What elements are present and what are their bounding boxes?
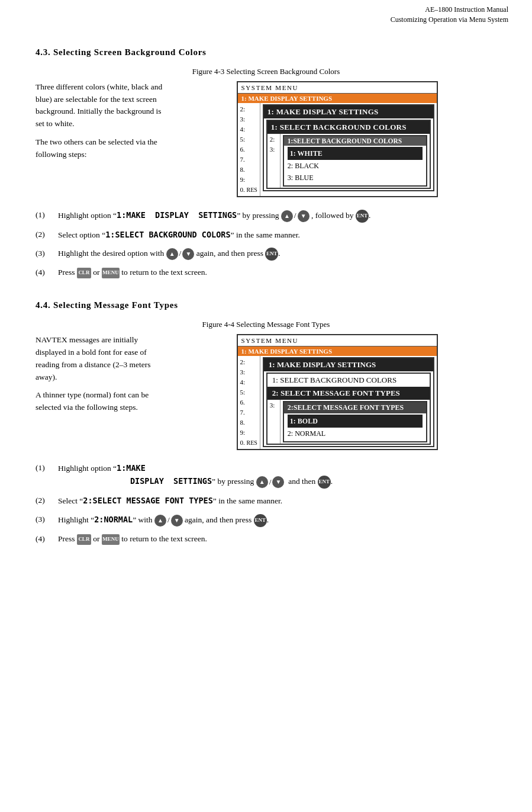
step-43-4-text: Press CLR or MENU to return to the text … (58, 267, 496, 279)
step-44-1-text: Highlight option “1:MAKE DISPLAY SETTING… (58, 462, 496, 489)
figure-43-caption: Figure 4-3 Selecting Screen Background C… (36, 67, 496, 76)
figure-44-area: SYSTEM MENU 1: MAKE DISPLAY SETTINGS 2:3… (178, 334, 496, 450)
or-label-44-4: or (93, 534, 102, 543)
step-44-4: (4) Press CLR or MENU to return to the t… (36, 533, 496, 545)
section-43: 4.3. Selecting Screen Background Colors … (36, 47, 496, 279)
ent-btn-43-1: ENT (356, 210, 369, 223)
res-label-44: RES (247, 439, 257, 446)
ent-btn-43-3: ENT (265, 248, 278, 261)
sm-menu-content-43: 1: MAKE DISPLAY SETTINGS 1: SELECT BACKG… (260, 103, 437, 196)
nm1-header-43: 1: MAKE DISPLAY SETTINGS (264, 105, 433, 118)
ent-btn-44-3: ENT (254, 514, 267, 527)
menu-btn-43-4: MENU (102, 268, 120, 278)
step-43-3-arrows: ▲ / ▼ (166, 248, 195, 260)
steps-43: (1) Highlight option “1:MAKE DISPLAY SET… (36, 209, 496, 279)
step-44-2-num: (2) (36, 495, 53, 507)
step-43-2-bold: 1:SELECT BACKGROUND COLORS (105, 230, 230, 239)
nm3-white-43: 1: WHITE (288, 147, 423, 160)
system-menu-43: SYSTEM MENU 1: MAKE DISPLAY SETTINGS 2:3… (237, 81, 438, 197)
or-label-43-4: or (93, 268, 102, 277)
nm2-rows-43: 2:3: 1:SELECT BACKGROUND COLORS 1: WHITE (267, 134, 430, 188)
page-header: AE–1800 Instruction Manual Customizing O… (0, 0, 532, 27)
nm2-row1-44: 1: SELECT BACKGROUND COLORS (267, 374, 430, 387)
step-44-4-text: Press CLR or MENU to return to the text … (58, 533, 496, 545)
nested-menu-1-43: 1: MAKE DISPLAY SETTINGS 1: SELECT BACKG… (263, 104, 434, 191)
nm2-header-43: 1: SELECT BACKGROUND COLORS (267, 121, 430, 134)
step-43-1-arrows: ▲ / ▼ (281, 210, 309, 222)
ent-btn-44-1: ENT (318, 476, 331, 489)
nm2-row2-44: 2: SELECT MESSAGE FONT TYPES (267, 387, 430, 400)
step-44-2: (2) Select “2:SELECT MESSAGE FONT TYPES”… (36, 495, 496, 508)
step-43-4: (4) Press CLR or MENU to return to the t… (36, 267, 496, 279)
nm2-numbers-43: 2:3: (267, 134, 280, 188)
section-44-row: NAVTEX messages are initially displayed … (36, 334, 496, 450)
sm-numbers-43: 2:3:4:5:6.7.8.9:0. RES (238, 103, 260, 196)
up-arrow-icon-2: ▲ (166, 248, 178, 260)
up-arrow-icon-44-3: ▲ (154, 515, 166, 527)
nested-menu-2-43: 1: SELECT BACKGROUND COLORS 2:3: 1:SELEC… (266, 120, 431, 189)
step-43-3-num: (3) (36, 248, 53, 260)
step-43-3: (3) Highlight the desired option with ▲ … (36, 248, 496, 261)
nested-menu-3-43: 1:SELECT BACKGROUND COLORS 1: WHITE 2: B… (283, 135, 427, 187)
figure-43-area: SYSTEM MENU 1: MAKE DISPLAY SETTINGS 2:3… (178, 81, 496, 197)
menu-btn-44-4: MENU (102, 534, 120, 545)
step-43-2-text: Select option “1:SELECT BACKGROUND COLOR… (58, 229, 496, 242)
section-44: 4.4. Selecting Message Font Types Figure… (36, 300, 496, 545)
step-44-2-bold: 2:SELECT MESSAGE FONT TYPES (83, 496, 212, 505)
figure-44-caption: Figure 4-4 Selecting Message Font Types (36, 320, 496, 329)
sm-numbers-44: 2:3:4:5:6.7.8.9:0. RES (238, 356, 260, 449)
clr-btn-43-4: CLR (77, 268, 91, 278)
section-44-heading: 4.4. Selecting Message Font Types (36, 300, 496, 310)
clr-btn-44-4: CLR (77, 534, 91, 545)
nm3-bold-44: 1: BOLD (288, 415, 423, 428)
nested-menu-3-44: 2:SELECT MESSAGE FONT TYPES 1: BOLD 2: N… (283, 401, 427, 442)
sm-highlight-43: 1: MAKE DISPLAY SETTINGS (238, 94, 437, 103)
step-43-2: (2) Select option “1:SELECT BACKGROUND C… (36, 229, 496, 242)
sm-highlight-44: 1: MAKE DISPLAY SETTINGS (238, 346, 437, 356)
nm3b-header-44: 2:SELECT MESSAGE FONT TYPES (284, 402, 426, 413)
sm-title-44: SYSTEM MENU (238, 335, 437, 346)
sm-title-43: SYSTEM MENU (238, 82, 437, 94)
nested-menu-2-44: 1: SELECT BACKGROUND COLORS 2: SELECT ME… (266, 373, 431, 445)
step-44-3-num: (3) (36, 513, 53, 526)
down-arrow-icon: ▼ (298, 210, 309, 222)
nm2-rows-44: 3: 2:SELECT MESSAGE FONT TYPES 1: BOLD (267, 400, 430, 444)
step-44-4-num: (4) (36, 533, 53, 545)
nm3-list-44: 1: BOLD 2: NORMAL (284, 413, 426, 441)
down-arrow-icon-2: ▼ (182, 248, 194, 260)
nested-menu-1-44: 1: MAKE DISPLAY SETTINGS 1: SELECT BACKG… (263, 357, 434, 447)
down-arrow-icon-44: ▼ (272, 476, 284, 488)
up-arrow-icon-44: ▲ (256, 476, 268, 488)
header-line2: Customizing Operation via Menu System (391, 15, 508, 24)
step-44-3: (3) Highlight “2:NORMAL” with ▲ / ▼ agai… (36, 513, 496, 527)
step-43-1: (1) Highlight option “1:MAKE DISPLAY SET… (36, 209, 496, 223)
res-label-43: RES (247, 187, 257, 193)
step-43-1-bold: 1:MAKE DISPLAY SETTINGS (117, 210, 237, 220)
page-content: 4.3. Selecting Screen Background Colors … (0, 27, 532, 567)
step-43-3-text: Highlight the desired option with ▲ / ▼ … (58, 248, 496, 261)
section-43-heading: 4.3. Selecting Screen Background Colors (36, 47, 496, 57)
nm3-header-43: 1:SELECT BACKGROUND COLORS (284, 136, 426, 146)
step-43-1-text: Highlight option “1:MAKE DISPLAY SETTING… (58, 209, 496, 223)
section-43-row: Three different colors (white, black and… (36, 81, 496, 197)
up-arrow-icon: ▲ (281, 210, 293, 222)
step-44-3-bold: 2:NORMAL (94, 515, 133, 524)
nm2-numbers-44: 3: (267, 400, 280, 444)
step-44-2-text: Select “2:SELECT MESSAGE FONT TYPES” in … (58, 495, 496, 508)
step-43-2-num: (2) (36, 229, 53, 241)
step-43-1-num: (1) (36, 209, 53, 222)
sm-rows-43: 2:3:4:5:6.7.8.9:0. RES 1: MAKE DISPLAY S… (238, 103, 437, 196)
sm-menu-content-44: 1: MAKE DISPLAY SETTINGS 1: SELECT BACKG… (260, 356, 437, 449)
section-43-p1: Three different colors (white, black and… (36, 81, 166, 131)
nm3-normal-44: 2: NORMAL (288, 428, 423, 439)
nm2-content-44: 2:SELECT MESSAGE FONT TYPES 1: BOLD 2: N… (280, 400, 430, 444)
header-line1: AE–1800 Instruction Manual (425, 5, 508, 14)
step-44-3-text: Highlight “2:NORMAL” with ▲ / ▼ again, a… (58, 513, 496, 527)
section-43-p2: The two others can be selected via the f… (36, 136, 166, 161)
section-44-p2: A thinner type (normal) font can be sele… (36, 389, 166, 414)
section-43-text: Three different colors (white, black and… (36, 81, 166, 168)
nm3-blue-43: 3: BLUE (288, 172, 423, 184)
down-arrow-icon-44-3: ▼ (171, 515, 183, 527)
system-menu-44: SYSTEM MENU 1: MAKE DISPLAY SETTINGS 2:3… (237, 334, 438, 450)
step-44-1: (1) Highlight option “1:MAKE DISPLAY SET… (36, 462, 496, 489)
